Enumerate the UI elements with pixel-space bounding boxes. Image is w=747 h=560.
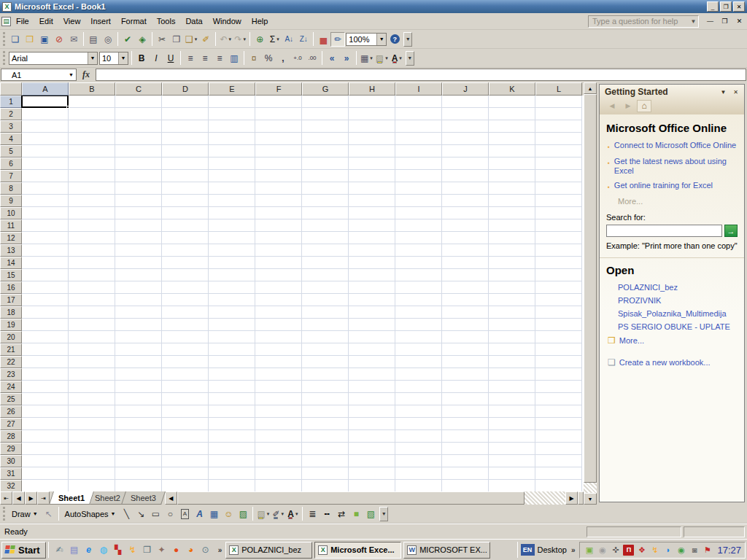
cell-g12[interactable] (302, 232, 349, 244)
desktop-chevron-icon[interactable]: » (570, 546, 577, 554)
row-header-8[interactable]: 8 (0, 182, 22, 195)
cell-k24[interactable] (489, 381, 535, 393)
cell-g3[interactable] (302, 120, 349, 133)
draw-menu-button[interactable]: Draw▼ (8, 507, 42, 521)
cell-d13[interactable] (162, 244, 209, 257)
cell-f29[interactable] (255, 443, 302, 455)
row-header-10[interactable]: 10 (0, 207, 22, 219)
cell-l6[interactable] (535, 158, 582, 170)
cell-i6[interactable] (395, 158, 442, 170)
cell-l19[interactable] (535, 319, 582, 331)
underline-button[interactable]: U (163, 51, 178, 66)
cell-c32[interactable] (115, 480, 162, 491)
cell-e28[interactable] (209, 430, 255, 443)
cell-h29[interactable] (349, 443, 395, 455)
line-button[interactable]: ╲ (119, 507, 133, 521)
cell-f19[interactable] (255, 319, 302, 331)
cell-j9[interactable] (442, 195, 489, 207)
sort-asc-button[interactable]: A↓ (282, 32, 296, 47)
cell-a8[interactable] (22, 182, 69, 195)
cell-j17[interactable] (442, 294, 489, 306)
toolbar-grip[interactable] (3, 507, 5, 521)
cell-i29[interactable] (395, 443, 442, 455)
cell-i25[interactable] (395, 393, 442, 405)
cell-c12[interactable] (115, 232, 162, 244)
cell-h7[interactable] (349, 170, 395, 182)
cell-b32[interactable] (69, 480, 115, 491)
cell-a24[interactable] (22, 381, 69, 393)
new-button[interactable]: ❏ (8, 32, 23, 47)
row-header-6[interactable]: 6 (0, 158, 22, 170)
cell-a30[interactable] (22, 455, 69, 467)
cell-f17[interactable] (255, 294, 302, 306)
help-button[interactable]: ? (387, 32, 402, 47)
cell-l4[interactable] (535, 133, 582, 145)
cell-h2[interactable] (349, 108, 395, 120)
cell-c29[interactable] (115, 443, 162, 455)
cell-i28[interactable] (395, 430, 442, 443)
row-header-25[interactable]: 25 (0, 393, 22, 405)
cell-k5[interactable] (489, 145, 535, 158)
cell-e26[interactable] (209, 405, 255, 418)
row-header-9[interactable]: 9 (0, 195, 22, 207)
cell-f1[interactable] (255, 96, 302, 108)
row-header-23[interactable]: 23 (0, 368, 22, 381)
cell-f10[interactable] (255, 207, 302, 219)
cell-e14[interactable] (209, 257, 255, 269)
cell-f23[interactable] (255, 368, 302, 381)
cell-g26[interactable] (302, 405, 349, 418)
cell-h5[interactable] (349, 145, 395, 158)
start-button[interactable]: Start (1, 542, 46, 559)
cell-k26[interactable] (489, 405, 535, 418)
format-painter-button[interactable]: ✐ (198, 32, 213, 47)
cell-c19[interactable] (115, 319, 162, 331)
cell-h14[interactable] (349, 257, 395, 269)
cell-h31[interactable] (349, 467, 395, 480)
cell-c27[interactable] (115, 418, 162, 430)
cell-b16[interactable] (69, 281, 115, 294)
cell-d12[interactable] (162, 232, 209, 244)
cell-c14[interactable] (115, 257, 162, 269)
cell-h19[interactable] (349, 319, 395, 331)
tab-previous-button[interactable]: ◀ (12, 491, 25, 505)
cell-f12[interactable] (255, 232, 302, 244)
cell-i15[interactable] (395, 269, 442, 281)
row-header-20[interactable]: 20 (0, 331, 22, 343)
cell-d26[interactable] (162, 405, 209, 418)
cell-c24[interactable] (115, 381, 162, 393)
autoshapes-menu-button[interactable]: AutoShapes▼ (61, 507, 120, 521)
cell-j8[interactable] (442, 182, 489, 195)
cell-h27[interactable] (349, 418, 395, 430)
tray-lightning-icon[interactable]: ↯ (649, 545, 660, 556)
cell-k22[interactable] (489, 356, 535, 368)
taskbar-task-polaznici-bez[interactable]: XPOLAZNICI_bez (225, 542, 312, 559)
cell-c11[interactable] (115, 219, 162, 232)
cell-c16[interactable] (115, 281, 162, 294)
cell-c28[interactable] (115, 430, 162, 443)
cell-f30[interactable] (255, 455, 302, 467)
cell-a15[interactable] (22, 269, 69, 281)
tab-split-handle[interactable] (578, 491, 584, 505)
cell-a19[interactable] (22, 319, 69, 331)
cell-l17[interactable] (535, 294, 582, 306)
cell-g13[interactable] (302, 244, 349, 257)
sheet-tab-sheet1[interactable]: Sheet1 (49, 491, 94, 505)
cell-a27[interactable] (22, 418, 69, 430)
toolbar-options-button[interactable]: ▾ (406, 51, 414, 66)
cell-i8[interactable] (395, 182, 442, 195)
cell-f9[interactable] (255, 195, 302, 207)
cell-d5[interactable] (162, 145, 209, 158)
cell-a4[interactable] (22, 133, 69, 145)
menu-tools[interactable]: Tools (152, 15, 181, 27)
cell-d18[interactable] (162, 306, 209, 319)
cell-g15[interactable] (302, 269, 349, 281)
row-header-3[interactable]: 3 (0, 120, 22, 133)
workbook-close-button[interactable]: ✕ (733, 16, 746, 27)
cell-d22[interactable] (162, 356, 209, 368)
cell-d3[interactable] (162, 120, 209, 133)
cell-h15[interactable] (349, 269, 395, 281)
row-header-29[interactable]: 29 (0, 443, 22, 455)
office-online-link[interactable]: Get online training for Excel (614, 181, 713, 192)
cell-c30[interactable] (115, 455, 162, 467)
cell-a25[interactable] (22, 393, 69, 405)
